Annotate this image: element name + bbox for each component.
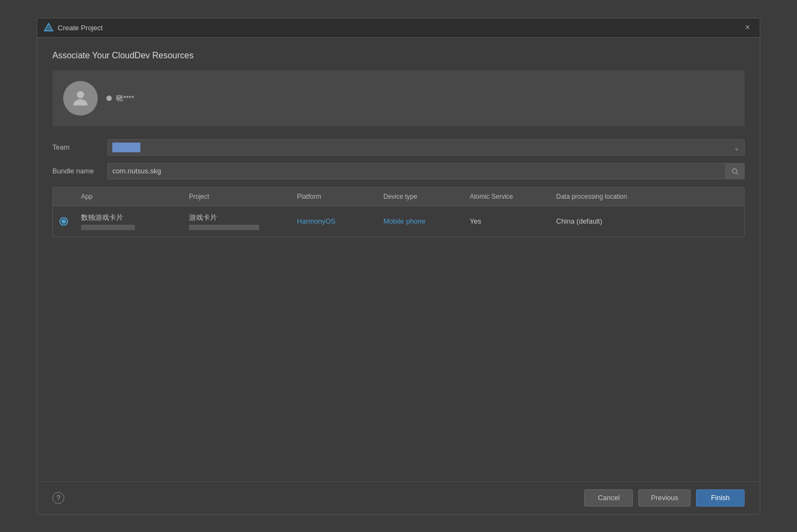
project-name: 游戏卡片 xyxy=(189,213,217,223)
app-table: App Project Platform Device type Atomic … xyxy=(52,187,745,237)
row-selector-cell[interactable] xyxy=(53,206,75,237)
data-processing-value: China (default) xyxy=(556,217,602,225)
cancel-button[interactable]: Cancel xyxy=(584,489,633,507)
svg-line-4 xyxy=(737,172,738,174)
search-icon xyxy=(731,167,739,175)
data-processing-cell: China (default) xyxy=(550,206,744,237)
table-row: 数独游戏卡片 游戏卡片 HarmonyOS Mobile phone Yes xyxy=(53,206,744,237)
account-status-dot xyxy=(106,96,112,101)
previous-button[interactable]: Previous xyxy=(638,489,691,507)
team-select-wrapper: ⌄ xyxy=(107,139,745,156)
team-select[interactable]: ⌄ xyxy=(107,139,745,156)
svg-point-3 xyxy=(732,169,737,173)
team-label: Team xyxy=(52,143,101,151)
svg-point-2 xyxy=(77,91,84,98)
device-type-value: Mobile phone xyxy=(383,217,425,225)
device-type-cell: Mobile phone xyxy=(377,206,463,237)
col-project: Project xyxy=(183,187,291,206)
team-select-value xyxy=(112,143,140,152)
project-sub-bar xyxy=(189,225,259,230)
col-platform: Platform xyxy=(291,187,377,206)
atomic-service-cell: Yes xyxy=(463,206,550,237)
help-button[interactable]: ? xyxy=(52,492,64,504)
dialog-content: Associate Your CloudDev Resources 晓**** … xyxy=(37,38,760,481)
platform-value: HarmonyOS xyxy=(297,217,336,225)
footer-left: ? xyxy=(52,492,64,504)
row-radio-button[interactable] xyxy=(59,217,68,226)
account-info: 晓**** xyxy=(106,93,134,103)
bundle-search-button[interactable] xyxy=(725,163,745,179)
col-selector xyxy=(53,187,75,206)
col-atomic-service: Atomic Service xyxy=(463,187,550,206)
col-device-type: Device type xyxy=(377,187,463,206)
project-name-cell: 游戏卡片 xyxy=(183,206,291,237)
dialog-title: Create Project xyxy=(58,24,103,32)
user-avatar-icon xyxy=(70,87,91,109)
app-name: 数独游戏卡片 xyxy=(81,213,123,223)
bundle-row: Bundle name xyxy=(52,163,745,179)
create-project-dialog: Create Project × Associate Your CloudDev… xyxy=(37,18,760,515)
title-bar-left: Create Project xyxy=(44,23,103,32)
footer-right: Cancel Previous Finish xyxy=(584,489,745,507)
finish-button[interactable]: Finish xyxy=(696,489,745,507)
app-logo-icon xyxy=(44,23,53,32)
page-title: Associate Your CloudDev Resources xyxy=(52,51,745,60)
app-name-cell: 数独游戏卡片 xyxy=(75,206,183,237)
chevron-down-icon: ⌄ xyxy=(734,143,740,151)
col-data-processing: Data processing location xyxy=(550,187,744,206)
atomic-service-value: Yes xyxy=(470,217,481,225)
bundle-name-input[interactable] xyxy=(107,163,725,179)
avatar xyxy=(63,81,98,116)
platform-cell: HarmonyOS xyxy=(291,206,377,237)
dialog-footer: ? Cancel Previous Finish xyxy=(37,481,760,514)
close-button[interactable]: × xyxy=(742,22,753,33)
bundle-label: Bundle name xyxy=(52,167,101,175)
team-row: Team ⌄ xyxy=(52,139,745,156)
col-app: App xyxy=(75,187,183,206)
title-bar: Create Project × xyxy=(37,18,760,38)
account-name: 晓**** xyxy=(116,93,134,103)
bundle-input-wrapper xyxy=(107,163,745,179)
table-header: App Project Platform Device type Atomic … xyxy=(53,187,744,206)
app-sub-bar xyxy=(81,225,135,230)
account-banner: 晓**** xyxy=(52,70,745,126)
